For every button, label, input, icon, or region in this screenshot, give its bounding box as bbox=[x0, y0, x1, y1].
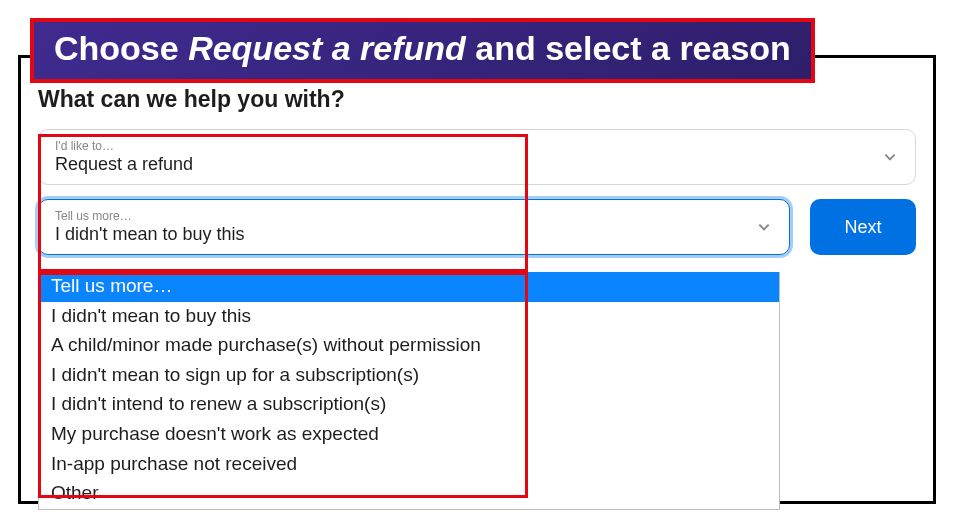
instruction-banner: Choose Request a refund and select a rea… bbox=[30, 18, 815, 83]
dropdown-option[interactable]: I didn't mean to sign up for a subscript… bbox=[39, 361, 779, 391]
dropdown-option[interactable]: I didn't intend to renew a subscription(… bbox=[39, 390, 779, 420]
dropdown-option[interactable]: Other bbox=[39, 479, 779, 509]
dropdown-option[interactable]: A child/minor made purchase(s) without p… bbox=[39, 331, 779, 361]
dropdown-option[interactable]: In-app purchase not received bbox=[39, 450, 779, 480]
chevron-down-icon bbox=[757, 220, 771, 234]
chevron-down-icon bbox=[883, 150, 897, 164]
select-action-value: Request a refund bbox=[55, 154, 193, 174]
form-content: What can we help you with? I'd like to… … bbox=[38, 86, 916, 269]
instruction-italic: Request a refund bbox=[188, 29, 466, 67]
dropdown-option[interactable]: My purchase doesn't work as expected bbox=[39, 420, 779, 450]
select-reason-value: I didn't mean to buy this bbox=[55, 224, 245, 244]
select-reason[interactable]: Tell us more… I didn't mean to buy this bbox=[38, 199, 790, 255]
select-action-label: I'd like to… bbox=[55, 139, 871, 153]
next-button[interactable]: Next bbox=[810, 199, 916, 255]
instruction-prefix: Choose bbox=[54, 29, 188, 67]
reason-dropdown[interactable]: Tell us more… I didn't mean to buy this … bbox=[38, 272, 780, 510]
dropdown-option[interactable]: Tell us more… bbox=[39, 272, 779, 302]
select-reason-label: Tell us more… bbox=[55, 209, 745, 223]
form-heading: What can we help you with? bbox=[38, 86, 916, 113]
row-reason: Tell us more… I didn't mean to buy this … bbox=[38, 199, 916, 255]
select-action[interactable]: I'd like to… Request a refund bbox=[38, 129, 916, 185]
instruction-text: Choose Request a refund and select a rea… bbox=[54, 30, 791, 67]
dropdown-option[interactable]: I didn't mean to buy this bbox=[39, 302, 779, 332]
row-action: I'd like to… Request a refund bbox=[38, 129, 916, 185]
instruction-suffix: and select a reason bbox=[466, 29, 791, 67]
